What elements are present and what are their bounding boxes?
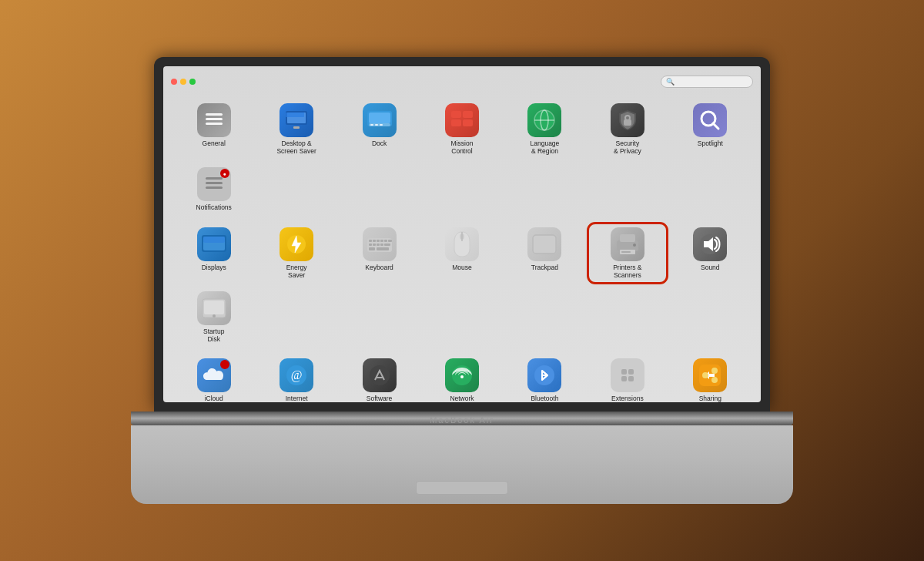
network-icon [445,358,479,392]
startup-label: StartupDisk [203,328,224,343]
svg-rect-38 [384,240,387,242]
svg-rect-11 [375,124,378,126]
internet-label: InternetAccounts [283,395,310,402]
pref-item-language[interactable]: Language& Region [505,99,584,160]
svg-rect-58 [204,301,224,314]
svg-rect-12 [380,124,383,126]
pref-item-displays[interactable]: Displays [174,223,253,284]
security-icon [611,103,644,137]
svg-rect-8 [369,113,390,123]
svg-point-74 [711,368,718,374]
svg-rect-51 [620,234,635,242]
pref-item-internet[interactable]: @ InternetAccounts [256,354,336,402]
traffic-lights [171,79,196,85]
svg-rect-45 [369,247,375,250]
row-3: iCloud @ InternetAccounts SoftwareUpdate [171,351,753,402]
pref-item-extensions[interactable]: Extensions [588,354,667,402]
row-1: General Desktop &Screen Saver Dock [171,96,753,220]
search-icon: 🔍 [666,78,675,86]
svg-rect-44 [384,244,390,246]
search-bar[interactable]: 🔍 [661,76,753,88]
svg-rect-37 [380,240,383,242]
trackpad-label: Trackpad [531,264,558,271]
pref-item-desktop[interactable]: Desktop &Screen Saver [256,99,336,160]
svg-rect-6 [293,126,300,129]
pref-item-security[interactable]: Security& Privacy [588,99,667,160]
svg-rect-15 [451,119,461,126]
svg-line-24 [713,123,718,129]
mission-icon [445,103,479,137]
notifications-label: Notifications [196,203,232,211]
notifications-icon: ● [197,167,231,201]
row-2: Displays EnergySaver Keyboard [171,220,753,351]
network-label: Network [450,395,474,402]
sound-icon [693,227,727,261]
icloud-label: iCloud [205,395,223,402]
minimize-button[interactable] [180,79,186,85]
svg-rect-26 [206,182,223,184]
security-label: Security& Privacy [614,139,641,155]
sound-label: Sound [701,264,720,271]
language-icon [527,103,561,137]
desktop-icon [280,103,313,137]
mouse-icon [445,227,479,261]
macbook-label: MacBook Air [430,415,494,425]
close-button[interactable] [171,79,177,85]
sharing-icon [693,358,727,392]
screen-bezel: 🔍 General [154,57,770,412]
svg-rect-69 [621,369,627,375]
pref-item-sound[interactable]: Sound [671,223,750,284]
svg-rect-46 [377,247,389,250]
pref-item-sharing[interactable]: Sharing [671,354,750,402]
svg-rect-1 [206,118,223,120]
spotlight-icon [693,103,727,137]
pref-item-network[interactable]: Network [422,354,501,402]
pref-item-icloud[interactable]: iCloud [174,354,253,402]
software-icon [363,358,397,392]
pref-item-notifications[interactable]: ● Notifications [174,163,253,216]
trackpad-icon [527,227,561,261]
pref-item-bluetooth[interactable]: Bluetooth [505,354,584,402]
displays-icon [197,227,231,261]
pref-item-mission[interactable]: MissionControl [422,99,501,160]
general-label: General [203,139,226,147]
svg-rect-2 [206,123,223,125]
pref-item-dock[interactable]: Dock [340,99,419,160]
pref-item-general[interactable]: General [174,99,253,160]
dock-icon [363,103,397,137]
svg-rect-42 [377,244,380,246]
desktop-label: Desktop &Screen Saver [276,139,316,155]
svg-point-65 [460,375,464,378]
printers-label: Printers &Scanners [613,264,641,279]
svg-rect-36 [377,240,380,242]
svg-rect-25 [206,177,223,180]
svg-rect-34 [369,240,372,242]
notification-badge: ● [220,169,229,178]
screen: 🔍 General [163,66,761,402]
pref-item-startup[interactable]: StartupDisk [174,287,253,348]
pref-item-keyboard[interactable]: Keyboard [340,223,419,284]
svg-rect-0 [206,113,223,116]
pref-item-software[interactable]: SoftwareUpdate [340,354,419,402]
pref-item-energy[interactable]: EnergySaver [256,223,336,284]
svg-rect-39 [388,240,392,242]
pref-item-mouse[interactable]: Mouse [422,223,501,284]
maximize-button[interactable] [189,79,196,85]
svg-rect-49 [533,235,556,254]
software-label: SoftwareUpdate [367,395,393,402]
dock-label: Dock [372,139,387,147]
pref-item-spotlight[interactable]: Spotlight [671,99,750,160]
trackpad[interactable] [416,481,508,495]
mission-label: MissionControl [451,139,474,155]
pref-item-printers[interactable]: Printers &Scanners [588,223,667,284]
svg-rect-43 [380,244,383,246]
general-icon [197,103,231,137]
icloud-icon [197,358,231,392]
startup-icon [197,291,231,325]
svg-rect-70 [628,369,634,375]
svg-rect-13 [451,111,461,118]
svg-rect-5 [286,113,304,117]
pref-item-trackpad[interactable]: Trackpad [505,223,584,284]
svg-rect-72 [628,376,634,381]
sharing-label: Sharing [699,395,721,402]
